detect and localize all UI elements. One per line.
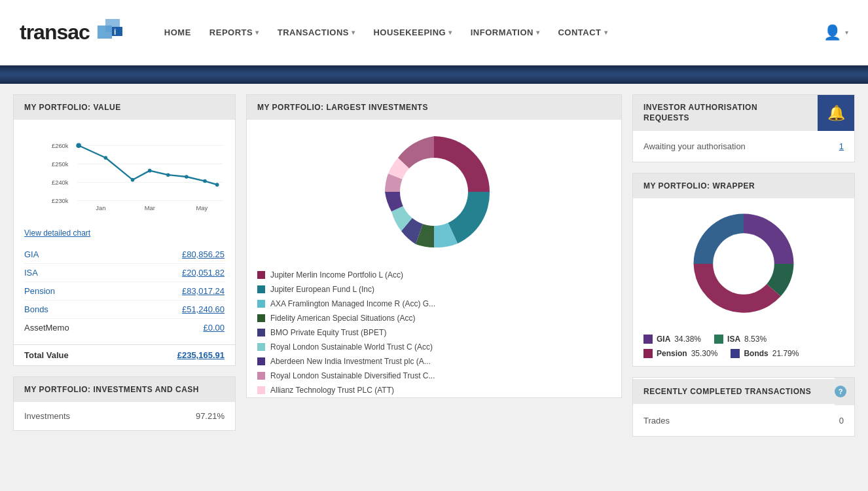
svg-text:£230k: £230k <box>52 198 69 204</box>
recently-completed-card: RECENTLY COMPLETED TRANSACTIONS ? Trades… <box>632 377 855 437</box>
isa-value[interactable]: £20,051.82 <box>182 268 225 278</box>
recently-completed-header: RECENTLY COMPLETED TRANSACTIONS <box>633 379 835 404</box>
table-row: GIA £80,856.25 <box>24 245 225 264</box>
svg-text:Mar: Mar <box>145 205 155 211</box>
main-content: MY PORTFOLIO: VALUE £260k £250k £240k £2… <box>0 84 868 447</box>
total-value[interactable]: £235,165.91 <box>177 350 225 360</box>
investments-cash-header: MY PORTFOLIO: INVESTMENTS AND CASH <box>14 377 235 402</box>
donut-svg <box>369 126 499 257</box>
legend-color-4 <box>257 314 265 322</box>
legend-label-7: Aberdeen New India Investment Trust plc … <box>270 357 431 366</box>
total-label: Total Value <box>24 350 69 360</box>
recently-completed-header-row: RECENTLY COMPLETED TRANSACTIONS ? <box>633 378 854 405</box>
table-row: Bonds £51,240.60 <box>24 300 225 319</box>
investments-pct: 97.21% <box>196 411 225 421</box>
legend-list: Jupiter Merlin Income Portfolio L (Acc) … <box>247 268 621 397</box>
list-item: Fidelity American Special Situations (Ac… <box>257 311 611 325</box>
list-item: Jupiter Merlin Income Portfolio L (Acc) <box>257 268 611 282</box>
list-item: AXA Framlington Managed Income R (Acc) G… <box>257 297 611 311</box>
wrapper-legend-dot-pension <box>643 349 653 358</box>
nav-housekeeping[interactable]: HOUSEKEEPING ▾ <box>373 27 452 37</box>
bonds-value[interactable]: £51,240.60 <box>182 304 225 314</box>
list-item: Jupiter European Fund L (Inc) <box>257 282 611 297</box>
investments-cash-body: Investments 97.21% <box>14 402 235 430</box>
list-item: BMO Private Equity Trust (BPET) <box>257 325 611 340</box>
wrapper-donut-svg <box>685 205 803 323</box>
largest-investments-card: MY PORTFOLIO: LARGEST INVESTMENTS <box>246 94 622 398</box>
logo: transac i <box>20 18 125 47</box>
legend-color-9 <box>257 386 265 394</box>
svg-point-15 <box>148 169 152 173</box>
legend-label-5: BMO Private Equity Trust (BPET) <box>270 328 386 337</box>
legend-color-2 <box>257 285 265 293</box>
nav-reports[interactable]: REPORTS ▾ <box>209 27 259 37</box>
bell-icon: 🔔 <box>827 105 845 122</box>
legend-label-8: Royal London Sustainable Diversified Tru… <box>270 371 435 380</box>
logo-text: transac <box>20 20 90 45</box>
pension-value[interactable]: £83,017.24 <box>182 286 225 296</box>
auth-header-text: INVESTOR AUTHORISATIONREQUESTS <box>633 95 818 131</box>
list-item: GIA 34.38% <box>643 335 701 344</box>
svg-point-18 <box>203 179 207 183</box>
awaiting-count[interactable]: 1 <box>839 141 844 151</box>
legend-color-8 <box>257 372 265 380</box>
largest-investments-header: MY PORTFOLIO: LARGEST INVESTMENTS <box>247 95 621 120</box>
help-icon[interactable]: ? <box>835 386 846 397</box>
left-column: MY PORTFOLIO: VALUE £260k £250k £240k £2… <box>13 94 236 437</box>
wrapper-gia-pct: 34.38% <box>674 335 701 344</box>
assetmemo-value[interactable]: £0.00 <box>203 323 225 333</box>
list-item: Aberdeen New India Investment Trust plc … <box>257 354 611 369</box>
help-icon-container: ? <box>835 378 854 405</box>
auth-header-row: INVESTOR AUTHORISATIONREQUESTS 🔔 <box>633 95 854 131</box>
nav-information[interactable]: INFORMATION ▾ <box>471 27 540 37</box>
svg-text:Jan: Jan <box>96 205 105 211</box>
list-item: Royal London Sustainable Diversified Tru… <box>257 369 611 383</box>
view-detailed-chart-link[interactable]: View detailed chart <box>14 228 235 238</box>
svg-point-12 <box>76 143 81 148</box>
contact-chevron-icon: ▾ <box>604 29 608 36</box>
svg-rect-1 <box>98 26 112 39</box>
table-row: ISA £20,051.82 <box>24 264 225 282</box>
wrapper-bonds-label: Bonds <box>744 349 768 358</box>
legend-label-1: Jupiter Merlin Income Portfolio L (Acc) <box>270 270 403 280</box>
legend-color-7 <box>257 357 265 365</box>
bonds-label: Bonds <box>24 304 48 314</box>
isa-label: ISA <box>24 268 38 278</box>
banner <box>0 65 868 84</box>
nav-home[interactable]: HOME <box>164 27 191 37</box>
wrapper-donut <box>633 198 854 329</box>
svg-point-19 <box>215 183 219 187</box>
wrapper-legend: GIA 34.38% ISA 8.53% Pension 35.30% Bond… <box>633 329 854 366</box>
svg-point-16 <box>166 173 170 177</box>
list-item: Bonds 21.79% <box>731 349 799 358</box>
wrapper-pension-label: Pension <box>657 349 687 358</box>
header: transac i HOME REPORTS ▾ TRANSACTIONS ▾ … <box>0 0 868 65</box>
wrapper-legend-dot-gia <box>643 335 653 344</box>
table-row: Pension £83,017.24 <box>24 282 225 300</box>
gia-value[interactable]: £80,856.25 <box>182 249 225 259</box>
auth-bell-button[interactable]: 🔔 <box>818 95 854 131</box>
pension-label: Pension <box>24 286 55 296</box>
table-row: AssetMemo £0.00 <box>24 319 225 336</box>
list-item: Allianz Technology Trust PLC (ATT) <box>257 383 611 397</box>
recently-completed-body: Trades 0 <box>633 405 854 436</box>
wrapper-pension-pct: 35.30% <box>691 349 718 358</box>
list-item: Pension 35.30% <box>643 349 717 358</box>
svg-text:i: i <box>114 27 116 37</box>
legend-color-5 <box>257 329 265 336</box>
wrapper-gia-label: GIA <box>657 335 670 344</box>
auth-body: Awaiting your authorisation 1 <box>633 131 854 162</box>
legend-label-9: Allianz Technology Trust PLC (ATT) <box>270 386 394 395</box>
wrapper-isa-label: ISA <box>727 335 740 344</box>
nav-contact[interactable]: CONTACT ▾ <box>558 27 607 37</box>
investments-label: Investments <box>24 411 70 421</box>
wrapper-legend-dot-bonds <box>731 349 740 358</box>
nav-transactions[interactable]: TRANSACTIONS ▾ <box>278 27 355 37</box>
portfolio-value-card: MY PORTFOLIO: VALUE £260k £250k £240k £2… <box>13 94 236 366</box>
portfolio-total-row: Total Value £235,165.91 <box>14 344 235 365</box>
portfolio-value-chart: £260k £250k £240k £230k <box>19 128 230 226</box>
list-item: ISA 8.53% <box>714 335 767 344</box>
trades-label: Trades <box>643 416 670 426</box>
gia-label: GIA <box>24 249 39 259</box>
user-menu[interactable]: 👤 ▾ <box>823 24 848 41</box>
